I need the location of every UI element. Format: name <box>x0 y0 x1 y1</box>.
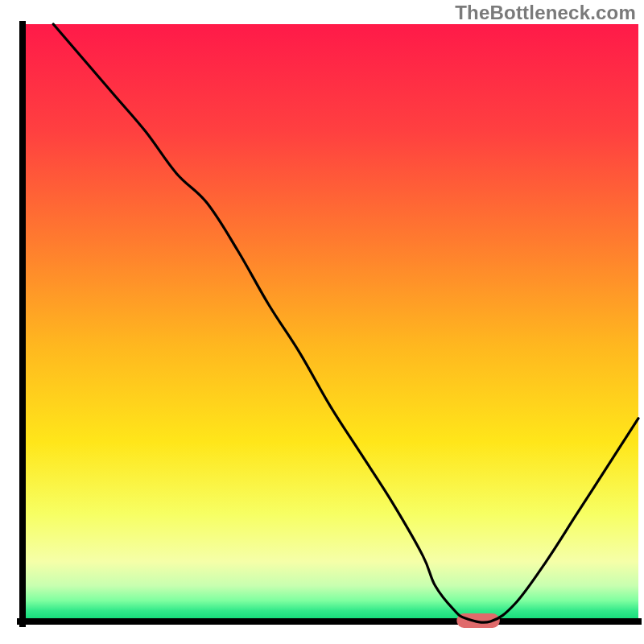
chart-frame: TheBottleneck.com <box>0 0 644 644</box>
bottleneck-chart <box>0 0 644 644</box>
gradient-background <box>23 24 638 621</box>
